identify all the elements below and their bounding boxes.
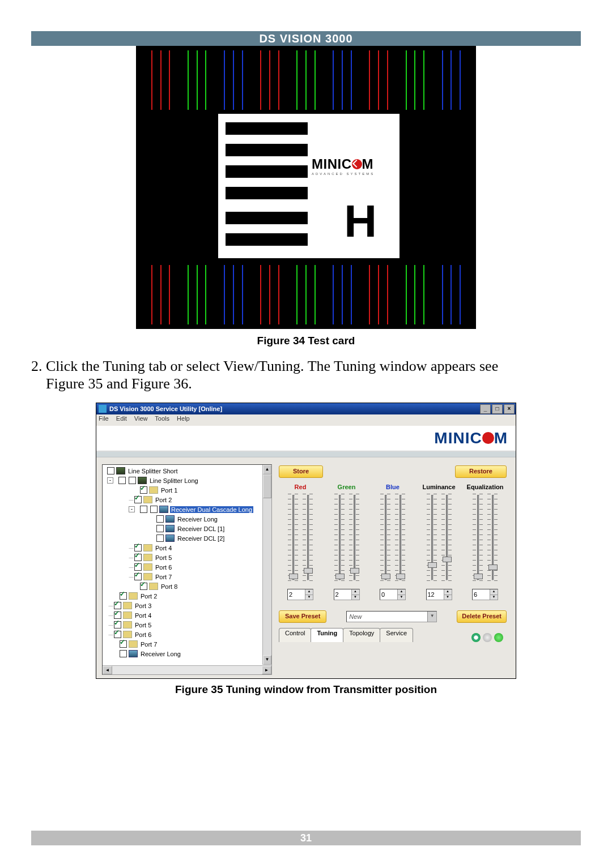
spinner-luminance[interactable]: ▲▼ — [426, 589, 452, 600]
tree-row[interactable]: Port 7 — [103, 639, 262, 649]
slider-lum-fine[interactable] — [441, 494, 452, 581]
eq-up[interactable]: ▲ — [490, 589, 498, 595]
red-up[interactable]: ▲ — [305, 589, 313, 595]
tree-row[interactable]: ----Port 2 — [103, 495, 262, 504]
tree-expand-icon[interactable]: - — [107, 477, 113, 484]
slider-blue-coarse[interactable] — [380, 494, 390, 581]
blue-up[interactable]: ▲ — [397, 589, 405, 595]
tree-checkbox[interactable] — [120, 650, 127, 657]
minimize-button[interactable]: _ — [480, 404, 491, 414]
device-tree[interactable]: Line Splitter Short-Line Splitter LongPo… — [103, 466, 262, 665]
tree-row[interactable]: Receiver DCL [2] — [103, 533, 262, 543]
tree-checkbox[interactable] — [118, 477, 126, 484]
menu-view[interactable]: View — [134, 415, 148, 422]
spinner-green[interactable]: ▲▼ — [334, 589, 360, 600]
slider-eq-coarse[interactable] — [473, 494, 483, 581]
tree-checkbox[interactable] — [120, 640, 127, 648]
tree-checkbox[interactable] — [114, 612, 121, 619]
tree-checkbox[interactable] — [134, 544, 142, 551]
menu-file[interactable]: File — [99, 415, 109, 422]
tree-row[interactable]: ----Port 6 — [103, 630, 262, 639]
tree-row[interactable]: ----Port 7 — [103, 572, 262, 581]
scroll-left-arrow[interactable]: ◄ — [103, 666, 112, 674]
tree-expand-icon[interactable]: - — [129, 506, 135, 512]
tab-control[interactable]: Control — [279, 628, 311, 642]
slider-blue-fine[interactable] — [395, 494, 405, 581]
tree-row[interactable]: Receiver Long — [103, 514, 262, 524]
tree-checkbox[interactable] — [134, 563, 142, 571]
tree-checkbox[interactable] — [140, 506, 147, 513]
tree-row[interactable]: Line Splitter Short — [103, 466, 262, 476]
slider-green-fine[interactable] — [349, 494, 359, 581]
scroll-right-arrow[interactable]: ► — [262, 666, 271, 674]
green-up[interactable]: ▲ — [351, 589, 359, 595]
tab-topology[interactable]: Topology — [343, 628, 380, 642]
tree-checkbox[interactable] — [156, 525, 164, 532]
red-down[interactable]: ▼ — [305, 595, 313, 600]
tree-row[interactable]: Receiver Long — [103, 649, 262, 659]
spinner-equalization[interactable]: ▲▼ — [472, 589, 498, 600]
tree-checkbox-2[interactable] — [150, 506, 158, 513]
tree-row[interactable]: ----Port 5 — [103, 620, 262, 630]
tree-row[interactable]: ----Port 3 — [103, 601, 262, 610]
tree-checkbox[interactable] — [134, 554, 142, 561]
luminance-value-input[interactable] — [427, 589, 444, 600]
slider-lum-coarse[interactable] — [427, 494, 437, 581]
tree-row[interactable]: Receiver DCL [1] — [103, 524, 262, 533]
tree-checkbox[interactable] — [107, 467, 114, 474]
equalization-value-input[interactable] — [473, 589, 490, 600]
blue-down[interactable]: ▼ — [397, 595, 405, 600]
scroll-down-arrow[interactable]: ▼ — [263, 655, 271, 665]
dropdown-arrow-icon[interactable]: ▼ — [427, 612, 436, 622]
tree-checkbox[interactable] — [114, 631, 121, 638]
tree-checkbox[interactable] — [120, 592, 127, 600]
preset-dropdown[interactable]: New ▼ — [346, 611, 437, 622]
slider-red-coarse[interactable] — [288, 494, 298, 581]
tree-row[interactable]: ----Port 4 — [103, 610, 262, 620]
tree-checkbox[interactable] — [156, 535, 164, 542]
lum-down[interactable]: ▼ — [444, 595, 452, 600]
tree-checkbox[interactable] — [114, 602, 121, 609]
tree-checkbox[interactable] — [134, 573, 142, 580]
tree-row[interactable]: -Receiver Dual Cascade Long — [103, 504, 262, 514]
tree-row[interactable]: Port 8 — [103, 581, 262, 591]
close-button[interactable]: × — [504, 404, 515, 414]
green-value-input[interactable] — [334, 589, 351, 600]
eq-down[interactable]: ▼ — [490, 595, 498, 600]
scroll-thumb[interactable] — [263, 474, 271, 498]
save-preset-button[interactable]: Save Preset — [279, 610, 326, 623]
slider-green-coarse[interactable] — [334, 494, 345, 581]
delete-preset-button[interactable]: Delete Preset — [457, 610, 507, 623]
spinner-red[interactable]: ▲▼ — [287, 589, 313, 600]
green-down[interactable]: ▼ — [351, 595, 359, 600]
tree-checkbox[interactable] — [134, 496, 142, 503]
restore-button[interactable]: Restore — [455, 465, 507, 478]
slider-eq-fine[interactable] — [487, 494, 498, 581]
tree-checkbox[interactable] — [114, 621, 121, 628]
tree-checkbox[interactable] — [140, 486, 147, 494]
tab-tuning[interactable]: Tuning — [311, 628, 343, 642]
red-value-input[interactable] — [288, 589, 305, 600]
tree-row[interactable]: ----Port 4 — [103, 543, 262, 553]
tree-row[interactable]: -Line Splitter Long — [103, 476, 262, 485]
tree-row[interactable]: Port 1 — [103, 485, 262, 495]
store-button[interactable]: Store — [279, 465, 323, 478]
tree-row[interactable]: Port 2 — [103, 591, 262, 601]
tree-hscrollbar[interactable]: ◄ ► — [103, 665, 271, 674]
blue-value-input[interactable] — [380, 589, 397, 600]
tree-checkbox[interactable] — [156, 515, 164, 523]
slider-red-fine[interactable] — [303, 494, 313, 581]
menu-help[interactable]: Help — [177, 415, 190, 422]
window-titlebar[interactable]: DS Vision 3000 Service Utility [Online] … — [96, 403, 516, 414]
tab-service[interactable]: Service — [380, 628, 413, 642]
eye-icon[interactable] — [471, 633, 481, 642]
tree-vscrollbar[interactable]: ▲ ▼ — [262, 465, 271, 665]
maximize-button[interactable]: □ — [492, 404, 503, 414]
lum-up[interactable]: ▲ — [444, 589, 452, 595]
spinner-blue[interactable]: ▲▼ — [380, 589, 406, 600]
scroll-track[interactable] — [112, 666, 262, 674]
tree-checkbox-2[interactable] — [129, 477, 136, 484]
menu-edit[interactable]: Edit — [116, 415, 127, 422]
tree-row[interactable]: ----Port 5 — [103, 553, 262, 562]
menu-tools[interactable]: Tools — [155, 415, 169, 422]
